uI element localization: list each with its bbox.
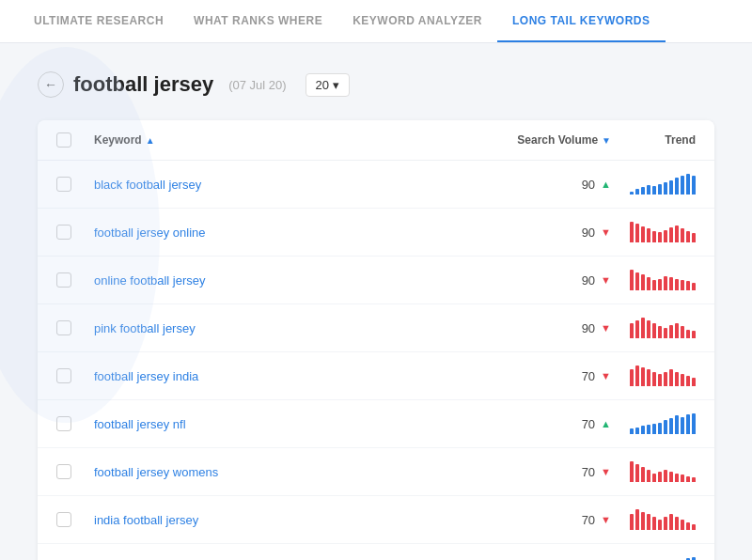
bar-segment [658,374,662,386]
keyword-link-1[interactable]: football jersey online [94,226,206,240]
bar-segment [692,176,696,194]
bar-segment [675,517,679,530]
bar-segment [652,231,656,242]
bar-segment [664,372,667,386]
bar-segment [652,424,656,434]
column-header-keyword[interactable]: Keyword ▲ [94,120,461,160]
row-keyword-6[interactable]: football jersey womens [94,451,461,492]
nav-item-keyword-analyzer[interactable]: KEYWORD ANALYZER [337,1,497,42]
bar-segment [681,326,684,338]
bar-segment [630,270,634,290]
keyword-link-0[interactable]: black football jersey [94,178,201,192]
count-dropdown[interactable]: 20 ▾ [306,73,350,97]
bar-segment [647,514,650,530]
row-volume-7: 70 ▼ [461,500,611,540]
bar-segment [681,228,684,242]
bar-segment [664,517,667,530]
trend-down-icon: ▼ [601,226,611,238]
trend-up-icon: ▲ [601,179,611,190]
row-keyword-1[interactable]: football jersey online [94,211,461,253]
keyword-link-7[interactable]: india football jersey [94,513,198,527]
bar-segment [669,418,673,434]
keyword-link-3[interactable]: pink football jersey [94,321,196,335]
row-trend-2 [611,257,696,303]
bar-segment [686,330,690,338]
bar-segment [641,512,645,530]
bar-segment [675,323,679,338]
bar-segment [675,279,679,290]
row-checkbox-cell [56,320,94,335]
row-checkbox-7[interactable] [56,512,71,527]
row-keyword-8[interactable]: japan football jersey [94,547,461,560]
select-all-checkbox[interactable] [56,132,71,148]
trend-down-icon: ▼ [601,322,611,334]
row-keyword-4[interactable]: football jersey india [94,355,461,397]
keyword-link-6[interactable]: football jersey womens [94,465,218,479]
bar-segment [675,474,679,482]
bar-segment [675,226,679,242]
trend-down-icon: ▼ [601,274,611,286]
bar-segment [669,514,673,530]
row-volume-2: 90 ▼ [461,260,611,301]
keyword-link-4[interactable]: football jersey india [94,369,198,383]
row-checkbox-3[interactable] [56,320,71,335]
row-checkbox-0[interactable] [56,177,71,192]
row-checkbox-2[interactable] [56,272,71,288]
bar-segment [664,276,667,290]
bar-segment [652,280,656,290]
row-keyword-3[interactable]: pink football jersey [94,307,461,349]
table-row: football jersey online 90 ▼ [38,209,714,257]
mini-chart-4 [630,366,696,386]
bar-segment [630,461,634,482]
row-volume-1: 90 ▼ [461,212,611,253]
bar-segment [686,476,690,482]
row-checkbox-5[interactable] [56,416,71,431]
nav-item-brand[interactable]: ULTIMATE RESEARCH [19,1,179,42]
row-trend-7 [611,496,696,543]
row-volume-6: 70 ▼ [461,452,611,492]
trend-down-icon: ▼ [601,370,611,381]
row-keyword-5[interactable]: football jersey nfl [94,403,461,444]
row-keyword-2[interactable]: online football jersey [94,259,461,301]
mini-chart-3 [630,318,696,338]
row-checkbox-6[interactable] [56,464,71,479]
bar-segment [641,187,645,194]
bar-segment [635,366,639,386]
volume-value-4: 70 [582,369,595,383]
table-row: black football jersey 90 ▲ [38,161,714,209]
bar-segment [681,280,684,290]
bar-segment [681,176,684,194]
bar-segment [647,425,650,434]
row-keyword-0[interactable]: black football jersey [94,163,461,205]
bar-segment [647,228,650,242]
keywords-table: Keyword ▲ Search Volume ▼ Trend black fo… [38,120,714,560]
navbar: ULTIMATE RESEARCH WHAT RANKS WHERE KEYWO… [0,0,752,43]
table-row: football jersey nfl 70 ▲ [38,400,714,448]
bar-segment [641,318,645,338]
bar-segment [669,369,673,386]
bar-segment [658,472,662,482]
bar-segment [669,180,673,194]
nav-item-what-ranks[interactable]: WHAT RANKS WHERE [179,1,337,42]
bar-segment [675,178,679,194]
bar-segment [658,520,662,530]
bar-segment [692,233,696,242]
keyword-link-5[interactable]: football jersey nfl [94,417,186,431]
row-trend-8 [611,544,696,560]
row-volume-4: 70 ▼ [461,356,611,397]
keyword-link-2[interactable]: online football jersey [94,273,206,288]
row-volume-8: 70 ▲ [461,548,611,561]
row-checkbox-4[interactable] [56,368,71,383]
bar-segment [630,192,634,194]
mini-chart-6 [630,461,696,482]
page-date: (07 Jul 20) [228,78,286,92]
row-checkbox-1[interactable] [56,225,71,240]
row-volume-3: 90 ▼ [461,308,611,349]
row-keyword-7[interactable]: india football jersey [94,499,461,540]
bar-segment [692,331,696,338]
column-header-volume[interactable]: Search Volume ▼ [461,120,611,160]
back-button[interactable]: ← [38,71,64,98]
nav-item-long-tail[interactable]: LONG TAIL KEYWORDS [497,1,666,42]
bar-segment [664,420,667,434]
table-row: india football jersey 70 ▼ [38,496,714,544]
